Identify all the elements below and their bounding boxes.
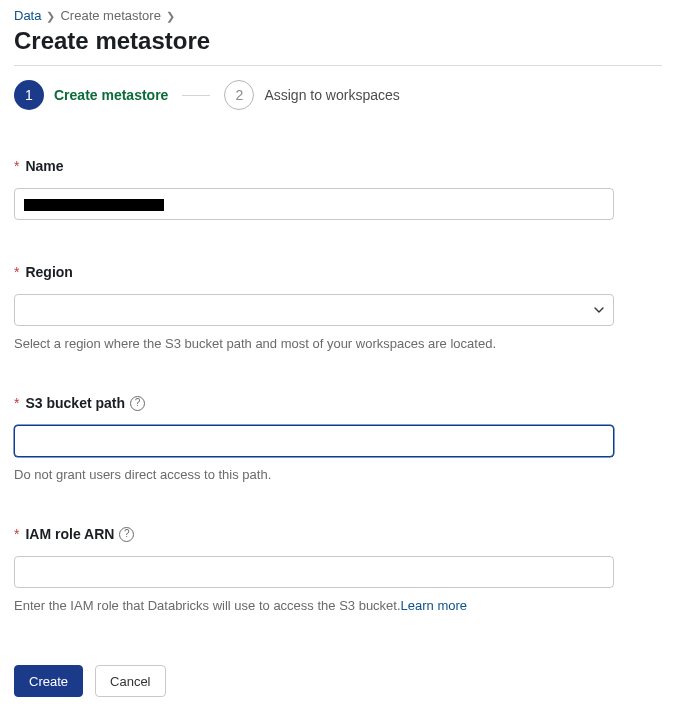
name-input[interactable] [14,188,614,220]
redacted-value [24,199,164,211]
step-label: Create metastore [54,87,168,103]
help-icon[interactable]: ? [119,527,134,542]
create-button[interactable]: Create [14,665,83,697]
step-connector [182,95,210,96]
required-mark: * [14,395,19,411]
s3-bucket-path-input[interactable] [14,425,614,457]
name-label: * Name [14,158,662,174]
chevron-right-icon: ❯ [166,10,175,23]
field-s3-bucket-path: * S3 bucket path ? Do not grant users di… [14,395,662,482]
field-region: * Region Select a region where the S3 bu… [14,264,662,351]
s3path-label: * S3 bucket path ? [14,395,662,411]
label-text: Region [25,264,72,280]
breadcrumb-root[interactable]: Data [14,8,41,23]
region-label: * Region [14,264,662,280]
breadcrumb: Data ❯ Create metastore ❯ [14,8,662,23]
required-mark: * [14,158,19,174]
help-icon[interactable]: ? [130,396,145,411]
label-text: IAM role ARN [25,526,114,542]
field-iam-role-arn: * IAM role ARN ? Enter the IAM role that… [14,526,662,613]
s3path-hint: Do not grant users direct access to this… [14,467,662,482]
breadcrumb-current[interactable]: Create metastore [60,8,160,23]
hint-text: Enter the IAM role that Databricks will … [14,598,401,613]
region-hint: Select a region where the S3 bucket path… [14,336,662,351]
step-assign-workspaces[interactable]: 2 Assign to workspaces [224,80,399,110]
label-text: Name [25,158,63,174]
page-title: Create metastore [14,27,662,55]
step-label: Assign to workspaces [264,87,399,103]
chevron-right-icon: ❯ [46,10,55,23]
learn-more-link[interactable]: Learn more [401,598,467,613]
region-select[interactable] [14,294,614,326]
step-create-metastore[interactable]: 1 Create metastore [14,80,168,110]
iamrole-label: * IAM role ARN ? [14,526,662,542]
required-mark: * [14,526,19,542]
step-number-inactive: 2 [224,80,254,110]
field-name: * Name [14,158,662,220]
iamrole-hint: Enter the IAM role that Databricks will … [14,598,662,613]
actions: Create Cancel [14,665,662,697]
label-text: S3 bucket path [25,395,125,411]
cancel-button[interactable]: Cancel [95,665,165,697]
stepper: 1 Create metastore 2 Assign to workspace… [14,66,662,114]
required-mark: * [14,264,19,280]
step-number-active: 1 [14,80,44,110]
iam-role-arn-input[interactable] [14,556,614,588]
